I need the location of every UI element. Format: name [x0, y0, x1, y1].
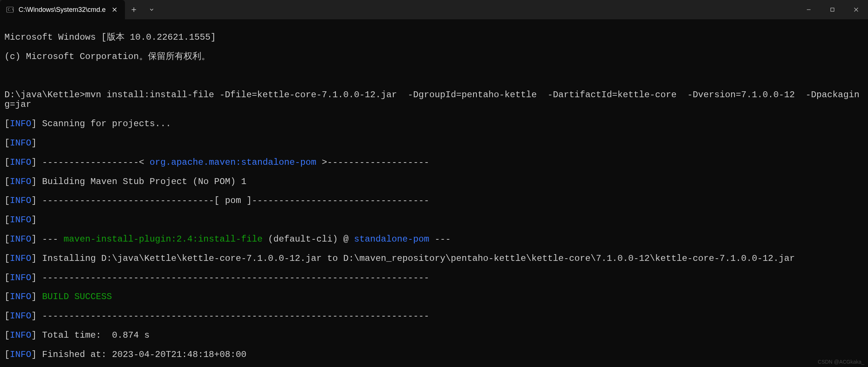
build-success: BUILD SUCCESS [37, 292, 112, 302]
info-tag: INFO [10, 234, 32, 244]
watermark: CSDN @ACGkaka_ [818, 359, 864, 365]
tab-active[interactable]: C:\ C:\Windows\System32\cmd.e [0, 0, 125, 19]
info-tag: INFO [10, 311, 32, 321]
log-line: [INFO] Installing D:\java\Kettle\kettle-… [4, 254, 864, 263]
log-line: [INFO] [4, 215, 864, 225]
new-tab-button[interactable] [125, 0, 143, 19]
info-tag: INFO [10, 330, 32, 340]
tabs-container: C:\ C:\Windows\System32\cmd.e [0, 0, 161, 19]
log-line: [INFO] ---------------------------------… [4, 273, 864, 283]
command-line: D:\java\Kettle>mvn install:install-file … [4, 90, 864, 109]
cmd-icon: C:\ [6, 6, 14, 14]
standalone-pom: standalone-pom [354, 234, 429, 244]
plugin-name: maven-install-plugin:2.4:install-file [64, 234, 263, 244]
info-tag: INFO [10, 177, 32, 187]
close-tab-button[interactable] [110, 5, 119, 14]
log-line: [INFO] ---------------------------------… [4, 311, 864, 321]
info-tag: INFO [10, 138, 32, 148]
tab-dropdown-button[interactable] [143, 0, 161, 19]
svg-text:C:\: C:\ [8, 8, 14, 12]
info-tag: INFO [10, 350, 32, 360]
info-tag: INFO [10, 253, 32, 263]
window-controls [797, 0, 868, 19]
log-line: [INFO] ------------------< org.apache.ma… [4, 158, 864, 167]
titlebar: C:\ C:\Windows\System32\cmd.e [0, 0, 868, 19]
info-tag: INFO [10, 196, 32, 206]
terminal-output[interactable]: Microsoft Windows [版本 10.0.22621.1555] (… [0, 19, 868, 367]
artifact-name: org.apache.maven:standalone-pom [150, 157, 317, 167]
banner-line: (c) Microsoft Corporation。保留所有权利。 [4, 52, 864, 62]
log-line: [INFO] Finished at: 2023-04-20T21:48:18+… [4, 350, 864, 360]
info-tag: INFO [10, 119, 32, 129]
log-line: [INFO] [4, 138, 864, 148]
minimize-button[interactable] [797, 0, 821, 19]
log-line: [INFO] Building Maven Stub Project (No P… [4, 177, 864, 187]
info-tag: INFO [10, 215, 32, 225]
info-tag: INFO [10, 292, 32, 302]
log-line: [INFO] BUILD SUCCESS [4, 292, 864, 302]
maximize-button[interactable] [821, 0, 844, 19]
log-line: [INFO] --------------------------------[… [4, 196, 864, 206]
close-window-button[interactable] [844, 0, 868, 19]
tab-title: C:\Windows\System32\cmd.e [19, 6, 106, 14]
log-line: [INFO] --- maven-install-plugin:2.4:inst… [4, 235, 864, 244]
log-line: [INFO] Scanning for projects... [4, 119, 864, 129]
log-line: [INFO] Total time: 0.874 s [4, 331, 864, 340]
blank-line [4, 71, 864, 81]
info-tag: INFO [10, 157, 32, 167]
info-tag: INFO [10, 273, 32, 283]
svg-rect-2 [831, 8, 834, 12]
banner-line: Microsoft Windows [版本 10.0.22621.1555] [4, 33, 864, 42]
